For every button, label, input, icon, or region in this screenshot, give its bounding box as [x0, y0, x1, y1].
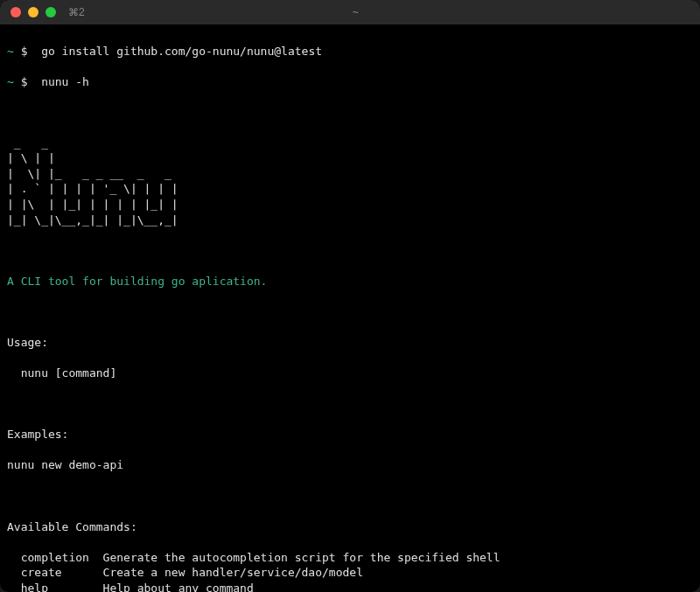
command-row: help Help about any command — [7, 581, 693, 592]
examples-heading: Examples: — [7, 427, 693, 442]
prompt-symbol: $ — [21, 75, 28, 88]
ascii-logo: _ _ | \ | | | \| |_ _ _ __ _ _ | . ` | |… — [7, 136, 693, 227]
command-row: completion Generate the autocompletion s… — [7, 550, 693, 566]
close-icon[interactable] — [10, 7, 21, 17]
tab-label: ⌘2 — [68, 6, 85, 18]
available-heading: Available Commands: — [7, 519, 693, 535]
minimize-icon[interactable] — [28, 7, 38, 17]
command-row: create Create a new handler/service/dao/… — [7, 565, 693, 581]
titlebar: ⌘2 ~ — [0, 0, 700, 24]
maximize-icon[interactable] — [46, 7, 56, 17]
prompt-symbol: $ — [21, 45, 28, 58]
command-input: go install github.com/go-nunu/nunu@lates… — [41, 45, 322, 58]
terminal-body[interactable]: ~ $ go install github.com/go-nunu/nunu@l… — [0, 24, 700, 592]
prompt-path: ~ — [7, 45, 14, 58]
tagline: A CLI tool for building go aplication. — [7, 274, 693, 289]
examples-body: nunu new demo-api — [7, 457, 693, 473]
prompt-path: ~ — [7, 75, 14, 88]
usage-body: nunu [command] — [7, 366, 693, 381]
command-input: nunu -h — [41, 75, 89, 88]
window-title: ~ — [92, 6, 690, 18]
traffic-lights — [10, 7, 56, 17]
terminal-window: ⌘2 ~ ~ $ go install github.com/go-nunu/n… — [0, 0, 700, 592]
usage-heading: Usage: — [7, 335, 693, 351]
